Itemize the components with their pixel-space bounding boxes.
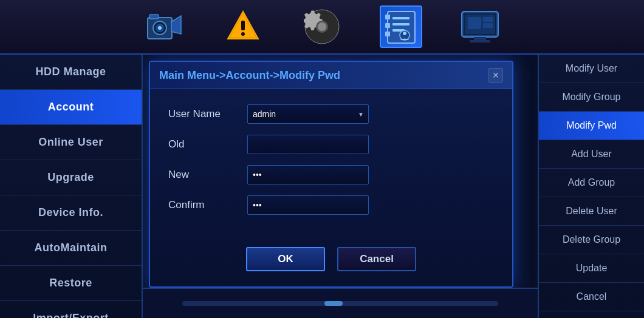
username-select-wrapper: admin ▼ [247,104,369,124]
confirm-pwd-row: Confirm [168,195,494,215]
new-pwd-row: New [168,165,494,184]
right-item-add-group[interactable]: Add Group [539,169,644,197]
username-row: User Name admin ▼ [168,104,494,124]
account-nav-icon[interactable] [380,5,422,48]
scrollbar-track [182,301,498,306]
content-bg: Main Menu->Account->Modify Pwd × User Na… [143,55,538,318]
sidebar-item-restore[interactable]: Restore [0,266,142,301]
svg-point-3 [158,26,162,30]
svg-rect-15 [385,23,390,28]
confirm-pwd-input[interactable] [247,195,369,215]
svg-rect-28 [483,17,493,22]
svg-rect-5 [149,15,159,19]
svg-rect-17 [392,17,409,19]
old-pwd-label: Old [168,138,247,151]
modal-header: Main Menu->Account->Modify Pwd × [150,62,512,89]
right-item-delete-group[interactable]: Delete Group [539,226,644,254]
monitor-nav-icon[interactable] [459,5,501,48]
new-pwd-input[interactable] [247,165,369,184]
modal-body: User Name admin ▼ Old [150,89,512,241]
camera-nav-icon[interactable] [143,5,185,48]
right-sidebar: Modify User Modify Group Modify Pwd Add … [538,55,644,318]
right-item-add-user[interactable]: Add User [539,140,644,169]
sidebar-item-upgrade[interactable]: Upgrade [0,160,142,195]
right-item-modify-group[interactable]: Modify Group [539,83,644,112]
username-label: User Name [168,108,247,120]
scrollbar-thumb[interactable] [324,301,343,306]
content-area: Main Menu->Account->Modify Pwd × User Na… [143,55,538,318]
warning-nav-icon[interactable] [222,5,264,48]
cancel-button[interactable]: Cancel [337,247,416,271]
right-item-modify-user[interactable]: Modify User [539,55,644,83]
right-item-cancel[interactable]: Cancel [539,283,644,311]
modal-overlay: Main Menu->Account->Modify Pwd × User Na… [143,55,538,318]
left-sidebar: HDD Manage Account Online User Upgrade D… [0,55,143,318]
modify-pwd-dialog: Main Menu->Account->Modify Pwd × User Na… [149,61,513,288]
modal-footer: OK Cancel [150,241,512,286]
svg-rect-14 [385,15,390,19]
svg-rect-29 [483,23,493,28]
right-item-delete-user[interactable]: Delete User [539,197,644,226]
sidebar-item-device-info[interactable]: Device Info. [0,195,142,231]
main-layout: HDD Manage Account Online User Upgrade D… [0,55,644,318]
top-bar [0,0,644,55]
svg-rect-16 [385,32,390,36]
svg-rect-27 [468,17,481,29]
sidebar-item-account[interactable]: Account [0,90,142,125]
old-pwd-input[interactable] [247,135,369,154]
svg-point-12 [318,22,326,31]
right-item-modify-pwd[interactable]: Modify Pwd [539,112,644,140]
right-item-update[interactable]: Update [539,254,644,283]
svg-rect-18 [392,23,409,25]
modal-close-button[interactable]: × [488,68,503,83]
sidebar-item-online-user[interactable]: Online User [0,125,142,160]
username-select[interactable]: admin [247,104,369,124]
sidebar-item-automaintain[interactable]: AutoMaintain [0,231,142,266]
gear-nav-icon[interactable] [301,5,343,48]
horizontal-scrollbar[interactable] [143,288,538,318]
svg-rect-25 [470,40,490,42]
old-pwd-row: Old [168,135,494,154]
ok-button[interactable]: OK [246,247,325,271]
confirm-pwd-label: Confirm [168,199,247,211]
modal-title: Main Menu->Account->Modify Pwd [159,69,340,82]
svg-rect-24 [474,37,486,40]
svg-rect-8 [241,21,245,30]
new-pwd-label: New [168,169,247,181]
svg-point-21 [403,32,406,35]
sidebar-item-import-export[interactable]: Import/Export [0,301,142,318]
svg-marker-4 [171,16,181,34]
svg-point-9 [241,32,245,36]
sidebar-item-hdd-manage[interactable]: HDD Manage [0,55,142,90]
